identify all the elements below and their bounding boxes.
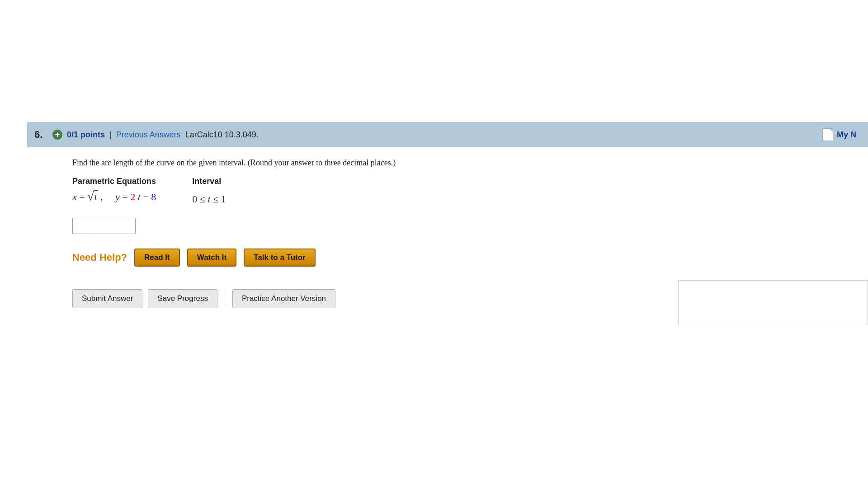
parametric-col: Parametric Equations x = √ t , y = 2 t −… bbox=[72, 177, 156, 203]
col1-label: Parametric Equations bbox=[72, 177, 156, 186]
read-it-button[interactable]: Read It bbox=[134, 249, 180, 267]
talk-to-tutor-button[interactable]: Talk to a Tutor bbox=[244, 249, 316, 267]
watch-it-button[interactable]: Watch It bbox=[187, 249, 236, 267]
submit-answer-button[interactable]: Submit Answer bbox=[72, 289, 142, 308]
right-overlay bbox=[678, 280, 868, 325]
eq2-middle: t − bbox=[138, 191, 151, 202]
question-header: 6. + 0/1 points | Previous Answers LarCa… bbox=[27, 122, 868, 147]
equation-row: x = √ t , y = 2 t − 8 bbox=[72, 190, 156, 203]
practice-another-button[interactable]: Practice Another Version bbox=[232, 289, 335, 308]
sqrt-symbol: √ t bbox=[87, 190, 98, 203]
document-icon bbox=[822, 128, 833, 141]
need-help-row: Need Help? Read It Watch It Talk to a Tu… bbox=[72, 249, 859, 267]
sqrt-radical: √ bbox=[87, 191, 94, 202]
add-icon[interactable]: + bbox=[52, 130, 62, 140]
interval-col: Interval 0 ≤ t ≤ 1 bbox=[192, 177, 226, 205]
button-separator bbox=[225, 291, 225, 307]
problem-statement: Find the arc length of the curve on the … bbox=[72, 158, 859, 168]
page-wrapper: 6. + 0/1 points | Previous Answers LarCa… bbox=[0, 0, 868, 488]
header-right: My N bbox=[822, 128, 861, 141]
table-area: Parametric Equations x = √ t , y = 2 t −… bbox=[72, 177, 859, 205]
points-label: 0/1 points bbox=[67, 130, 105, 140]
previous-answers-link[interactable]: Previous Answers bbox=[116, 130, 181, 140]
eq2-prefix: y = bbox=[115, 191, 130, 202]
answer-input[interactable] bbox=[72, 218, 136, 234]
eq1-comma: , bbox=[100, 191, 113, 202]
col2-label: Interval bbox=[192, 177, 226, 186]
question-number: 6. bbox=[34, 129, 48, 141]
my-notes-label[interactable]: My N bbox=[837, 130, 856, 140]
sqrt-content: t bbox=[94, 190, 98, 203]
separator: | bbox=[109, 130, 112, 140]
need-help-label: Need Help? bbox=[72, 252, 127, 263]
save-progress-button[interactable]: Save Progress bbox=[148, 289, 217, 308]
eq2-num2: 8 bbox=[151, 191, 156, 202]
problem-id: LarCalc10 10.3.049. bbox=[185, 130, 259, 140]
eq1-prefix: x = bbox=[72, 191, 87, 202]
eq2-num1: 2 bbox=[130, 191, 135, 202]
interval-text: 0 ≤ t ≤ 1 bbox=[192, 190, 226, 205]
